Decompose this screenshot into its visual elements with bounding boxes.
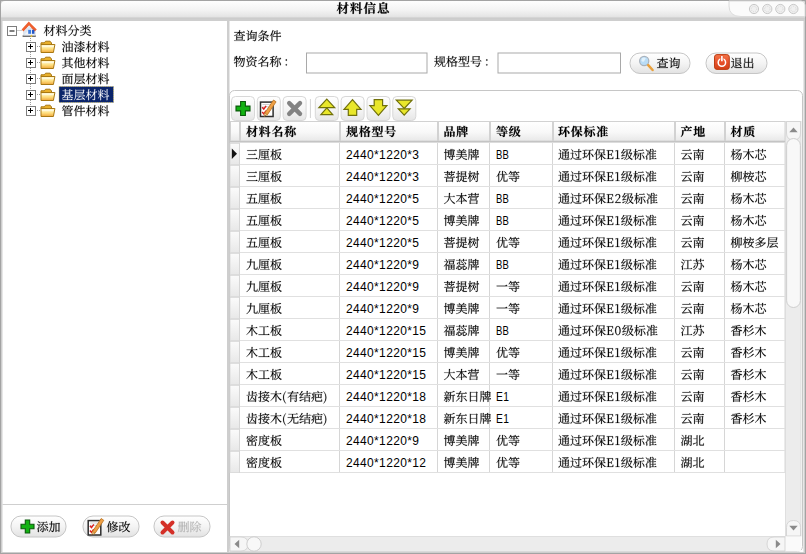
svg-text:2440*1220*5: 2440*1220*5 [346, 236, 419, 250]
svg-text:2440*1220*15: 2440*1220*15 [346, 368, 426, 382]
svg-text:BB: BB [496, 324, 509, 338]
svg-text:BB: BB [496, 214, 509, 228]
svg-text:2440*1220*9: 2440*1220*9 [346, 258, 419, 272]
svg-text:2440*1220*12: 2440*1220*12 [346, 456, 426, 470]
svg-text:BB: BB [496, 148, 509, 162]
svg-text:2440*1220*15: 2440*1220*15 [346, 324, 426, 338]
svg-text:2440*1220*15: 2440*1220*15 [346, 346, 426, 360]
svg-text:2440*1220*3: 2440*1220*3 [346, 170, 419, 184]
svg-text:2440*1220*18: 2440*1220*18 [346, 390, 426, 404]
svg-text:BB: BB [496, 258, 509, 272]
svg-text:2440*1220*9: 2440*1220*9 [346, 280, 419, 294]
svg-text:E1: E1 [496, 412, 509, 426]
svg-text:2440*1220*3: 2440*1220*3 [346, 148, 419, 162]
svg-text:2440*1220*5: 2440*1220*5 [346, 214, 419, 228]
svg-text:2440*1220*9: 2440*1220*9 [346, 302, 419, 316]
svg-text:E1: E1 [496, 390, 509, 404]
svg-text:BB: BB [496, 192, 509, 206]
svg-text:2440*1220*18: 2440*1220*18 [346, 412, 426, 426]
svg-text:2440*1220*9: 2440*1220*9 [346, 434, 419, 448]
svg-text:2440*1220*5: 2440*1220*5 [346, 192, 419, 206]
